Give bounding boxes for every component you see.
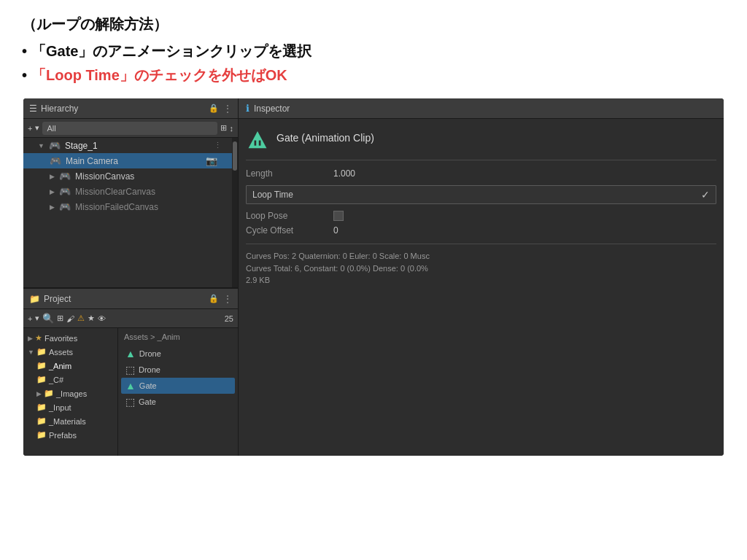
page-content: （ループの解除方法） • 「Gate」のアニメーションクリップを選択 • 「Lo… [0, 0, 747, 463]
file-gate-anim[interactable]: ▲ Gate [121, 378, 235, 394]
vis-count: 25 [225, 314, 233, 323]
project-star-btn[interactable]: ★ [88, 314, 95, 323]
stage1-label: Stage_1 [65, 141, 98, 151]
svg-rect-1 [255, 141, 257, 146]
inspector-panel: ℹ Inspector Gate (Animation Cli [239, 98, 724, 456]
bullet-text-1: 「Gate」のアニメーションクリップを選択 [31, 42, 311, 61]
hierarchy-item-stage1[interactable]: ▼ 🎮 Stage_1 ⋮ [23, 138, 232, 153]
left-panel: ☰ Hierarchy 🔒 ⋮ + ▾ ⊞ ↕ [23, 98, 239, 456]
materials-folder-icon: 📁 [36, 416, 47, 426]
add-button[interactable]: + [28, 124, 32, 133]
bullet-dot-1: • [22, 43, 27, 60]
inspector-header: ℹ Inspector [239, 98, 724, 119]
sort-icon[interactable]: ↕ [230, 124, 234, 133]
missionfailedcanvas-icon: 🎮 [59, 201, 71, 212]
svg-rect-2 [259, 141, 261, 146]
maincamera-icon: 🎮 [50, 155, 61, 166]
loop-time-row[interactable]: Loop Time ✓ [246, 185, 716, 204]
hierarchy-title: ☰ Hierarchy [29, 104, 78, 114]
expand-arrow-mfc: ▶ [50, 203, 55, 211]
bullet-item-2: • 「Loop Time」のチェックを外せばOK [22, 66, 725, 85]
inspector-body: Gate (Animation Clip) Length 1.000 Loop … [239, 119, 724, 456]
project-title: 📁 Project [29, 294, 71, 304]
inspector-divider-1 [246, 160, 716, 160]
inspector-title: Inspector [254, 104, 290, 114]
project-grid-btn[interactable]: ⊞ [57, 314, 63, 323]
hierarchy-item-missioncanvas[interactable]: ▶ 🎮 MissionCanvas [23, 168, 232, 184]
hierarchy-search[interactable] [42, 122, 217, 135]
project-brush-btn[interactable]: 🖌 [66, 314, 74, 323]
unity-screenshot: ☰ Hierarchy 🔒 ⋮ + ▾ ⊞ ↕ [23, 98, 724, 456]
cycle-offset-field: Cycle Offset 0 [246, 223, 716, 238]
anim-folder-icon: 📁 [36, 361, 47, 370]
project-more-icon[interactable]: ⋮ [223, 294, 232, 304]
drone-anim-icon: ▲ [125, 348, 136, 359]
project-arrow-btn[interactable]: ▾ [35, 314, 39, 323]
inspector-divider-2 [246, 244, 716, 244]
csharp-folder-icon: 📁 [36, 375, 47, 384]
project-body: ▶ ★ Favorites ▼ 📁 Assets 📁 [23, 328, 238, 456]
project-tree: ▶ ★ Favorites ▼ 📁 Assets 📁 [23, 328, 118, 456]
length-label: Length [246, 168, 333, 179]
hierarchy-list: ▼ 🎮 Stage_1 ⋮ 🎮 Main Camera 📷 [23, 138, 232, 287]
svg-marker-0 [249, 131, 267, 148]
file-gate-model[interactable]: ⬚ Gate [121, 394, 235, 410]
images-arrow: ▶ [36, 390, 42, 397]
hierarchy-scroll-area: ▼ 🎮 Stage_1 ⋮ 🎮 Main Camera 📷 [23, 138, 238, 287]
curves-info: Curves Pos: 2 Quaternion: 0 Euler: 0 Sca… [246, 250, 716, 287]
hierarchy-scrollbar[interactable] [232, 138, 238, 287]
hierarchy-icon: ☰ [29, 104, 37, 114]
bullet-list: • 「Gate」のアニメーションクリップを選択 • 「Loop Time」のチェ… [22, 42, 725, 85]
asset-clip-icon [246, 126, 269, 149]
project-panel-icons: 🔒 ⋮ [209, 294, 232, 304]
expand-arrow-mc: ▶ [50, 173, 55, 180]
project-eye-btn[interactable]: 👁 [98, 314, 106, 323]
loop-pose-checkbox[interactable] [333, 211, 344, 221]
missioncanvas-icon: 🎮 [59, 171, 71, 182]
project-search-btn[interactable]: 🔍 [42, 313, 54, 324]
curves-info-line1: Curves Pos: 2 Quaternion: 0 Euler: 0 Sca… [246, 252, 430, 260]
tree-csharp[interactable]: 📁 _C# [23, 373, 117, 386]
favorites-star-icon: ★ [35, 333, 42, 343]
missionclearcanvas-icon: 🎮 [59, 186, 71, 197]
tree-prefabs[interactable]: 📁 Prefabs [23, 428, 117, 442]
missionfailedcanvas-label: MissionFailedCanvas [75, 202, 158, 212]
project-toolbar: + ▾ 🔍 ⊞ 🖌 ⚠ ★ 👁 25 [23, 309, 238, 328]
hierarchy-item-missionclearcanvas[interactable]: ▶ 🎮 MissionClearCanvas [23, 184, 232, 199]
tree-assets[interactable]: ▼ 📁 Assets [23, 345, 117, 359]
more-icon[interactable]: ⋮ [223, 104, 232, 114]
length-value: 1.000 [333, 168, 355, 179]
unity-body: ☰ Hierarchy 🔒 ⋮ + ▾ ⊞ ↕ [23, 98, 724, 456]
loop-time-checkmark[interactable]: ✓ [701, 189, 710, 201]
inspector-info-icon: ℹ [246, 103, 249, 114]
hierarchy-item-missionfailedcanvas[interactable]: ▶ 🎮 MissionFailedCanvas [23, 199, 232, 214]
subtitle: （ループの解除方法） [22, 15, 725, 34]
cycle-offset-value: 0 [333, 225, 338, 236]
project-section: 📁 Project 🔒 ⋮ + ▾ 🔍 ⊞ 🖌 [23, 288, 238, 456]
tree-images[interactable]: ▶ 📁 _Images [23, 386, 117, 400]
bullet-dot-2: • [22, 67, 27, 84]
bullet-text-2: 「Loop Time」のチェックを外せばOK [31, 66, 287, 85]
project-add-btn[interactable]: + [28, 314, 32, 323]
file-drone-anim[interactable]: ▲ Drone [121, 346, 235, 362]
stage1-menu[interactable]: ⋮ [214, 141, 222, 150]
tree-input[interactable]: 📁 _Input [23, 400, 117, 414]
tree-favorites[interactable]: ▶ ★ Favorites [23, 331, 117, 345]
images-folder-icon: 📁 [44, 389, 54, 398]
file-drone-model[interactable]: ⬚ Drone [121, 362, 235, 378]
lock-icon[interactable]: 🔒 [209, 104, 219, 113]
hierarchy-item-maincamera[interactable]: 🎮 Main Camera 📷 [23, 153, 232, 168]
arrow-down-icon[interactable]: ▾ [35, 123, 39, 133]
search-options-icon[interactable]: ⊞ [220, 123, 227, 133]
text-section: （ループの解除方法） • 「Gate」のアニメーションクリップを選択 • 「Lo… [22, 15, 725, 85]
tree-anim[interactable]: 📁 _Anim [23, 359, 117, 373]
project-files: Assets > _Anim ▲ Drone ⬚ Drone ▲ [118, 328, 238, 456]
favorites-arrow: ▶ [28, 335, 33, 342]
asset-header: Gate (Animation Clip) [246, 126, 716, 149]
project-warning-btn[interactable]: ⚠ [77, 314, 85, 323]
bullet-item-1: • 「Gate」のアニメーションクリップを選択 [22, 42, 725, 61]
hierarchy-panel-icons: 🔒 ⋮ [209, 104, 232, 114]
tree-materials[interactable]: 📁 _Materials [23, 414, 117, 428]
cycle-offset-label: Cycle Offset [246, 225, 333, 236]
project-lock-icon[interactable]: 🔒 [209, 294, 219, 303]
